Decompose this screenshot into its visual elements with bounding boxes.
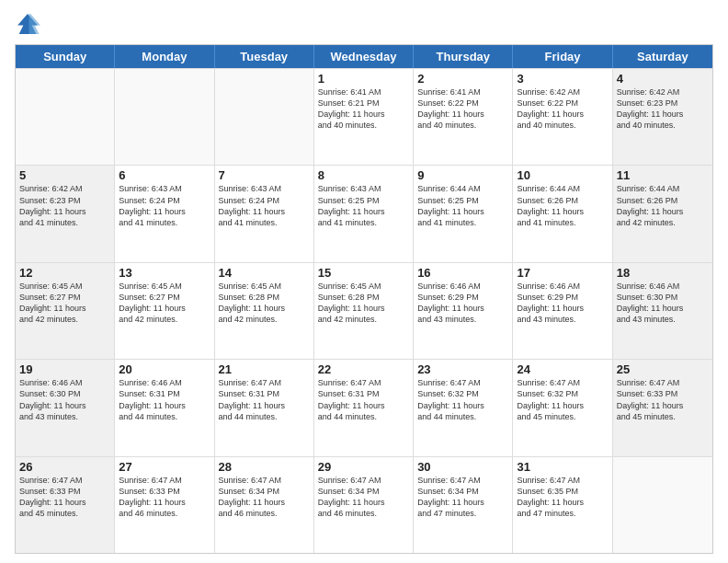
cell-info: Sunrise: 6:45 AM Sunset: 6:28 PM Dayligh… (318, 281, 409, 326)
day-number: 8 (318, 168, 409, 182)
day-number: 10 (517, 168, 608, 182)
cal-cell: 12Sunrise: 6:45 AM Sunset: 6:27 PM Dayli… (16, 263, 115, 359)
cal-cell: 16Sunrise: 6:46 AM Sunset: 6:29 PM Dayli… (414, 263, 513, 359)
cal-cell: 4Sunrise: 6:42 AM Sunset: 6:23 PM Daylig… (613, 69, 712, 165)
cell-info: Sunrise: 6:41 AM Sunset: 6:21 PM Dayligh… (318, 86, 409, 132)
week-row-4: 19Sunrise: 6:46 AM Sunset: 6:30 PM Dayli… (16, 359, 712, 455)
cell-info: Sunrise: 6:43 AM Sunset: 6:25 PM Dayligh… (318, 183, 409, 228)
cal-cell: 3Sunrise: 6:42 AM Sunset: 6:22 PM Daylig… (513, 69, 612, 165)
cell-info: Sunrise: 6:46 AM Sunset: 6:30 PM Dayligh… (617, 281, 709, 326)
day-number: 18 (617, 266, 709, 280)
cell-info: Sunrise: 6:42 AM Sunset: 6:22 PM Dayligh… (517, 86, 608, 132)
cell-info: Sunrise: 6:47 AM Sunset: 6:32 PM Dayligh… (417, 377, 508, 422)
cell-info: Sunrise: 6:41 AM Sunset: 6:22 PM Dayligh… (417, 86, 508, 132)
day-number: 23 (417, 362, 508, 376)
cell-info: Sunrise: 6:46 AM Sunset: 6:31 PM Dayligh… (119, 377, 210, 422)
logo-icon (15, 11, 40, 37)
cal-cell: 23Sunrise: 6:47 AM Sunset: 6:32 PM Dayli… (414, 360, 513, 455)
cal-cell: 21Sunrise: 6:47 AM Sunset: 6:31 PM Dayli… (215, 360, 314, 455)
cal-cell: 10Sunrise: 6:44 AM Sunset: 6:26 PM Dayli… (513, 166, 612, 261)
cell-info: Sunrise: 6:47 AM Sunset: 6:33 PM Dayligh… (119, 475, 210, 520)
col-header-sunday: Sunday (16, 45, 115, 68)
cell-info: Sunrise: 6:44 AM Sunset: 6:26 PM Dayligh… (617, 183, 709, 228)
cal-cell: 30Sunrise: 6:47 AM Sunset: 6:34 PM Dayli… (414, 457, 513, 553)
cell-info: Sunrise: 6:47 AM Sunset: 6:34 PM Dayligh… (219, 475, 310, 520)
cell-info: Sunrise: 6:46 AM Sunset: 6:29 PM Dayligh… (517, 281, 608, 326)
cal-cell: 26Sunrise: 6:47 AM Sunset: 6:33 PM Dayli… (16, 457, 115, 553)
col-header-thursday: Thursday (414, 45, 513, 68)
cell-info: Sunrise: 6:46 AM Sunset: 6:29 PM Dayligh… (417, 281, 508, 326)
calendar-body: 1Sunrise: 6:41 AM Sunset: 6:21 PM Daylig… (16, 68, 712, 553)
day-number: 9 (417, 168, 508, 182)
day-number: 28 (219, 460, 310, 474)
day-number: 27 (119, 460, 210, 474)
cell-info: Sunrise: 6:43 AM Sunset: 6:24 PM Dayligh… (219, 183, 310, 228)
cell-info: Sunrise: 6:45 AM Sunset: 6:27 PM Dayligh… (119, 281, 210, 326)
cell-info: Sunrise: 6:42 AM Sunset: 6:23 PM Dayligh… (19, 183, 110, 228)
col-header-monday: Monday (115, 45, 214, 68)
cal-cell (613, 457, 712, 553)
day-number: 15 (318, 266, 409, 280)
day-number: 12 (19, 266, 110, 280)
cal-cell: 24Sunrise: 6:47 AM Sunset: 6:32 PM Dayli… (513, 360, 612, 455)
svg-marker-1 (29, 14, 40, 34)
week-row-2: 5Sunrise: 6:42 AM Sunset: 6:23 PM Daylig… (16, 165, 712, 261)
cal-cell: 13Sunrise: 6:45 AM Sunset: 6:27 PM Dayli… (115, 263, 214, 359)
cell-info: Sunrise: 6:47 AM Sunset: 6:31 PM Dayligh… (219, 377, 310, 422)
week-row-1: 1Sunrise: 6:41 AM Sunset: 6:21 PM Daylig… (16, 68, 712, 165)
day-number: 11 (617, 168, 709, 182)
day-number: 22 (318, 362, 409, 376)
logo (15, 11, 44, 37)
cal-cell (16, 69, 115, 165)
cal-cell: 14Sunrise: 6:45 AM Sunset: 6:28 PM Dayli… (215, 263, 314, 359)
cell-info: Sunrise: 6:47 AM Sunset: 6:32 PM Dayligh… (517, 377, 608, 422)
day-number: 13 (119, 266, 210, 280)
cal-cell: 22Sunrise: 6:47 AM Sunset: 6:31 PM Dayli… (314, 360, 414, 455)
cal-cell: 15Sunrise: 6:45 AM Sunset: 6:28 PM Dayli… (314, 263, 414, 359)
cell-info: Sunrise: 6:45 AM Sunset: 6:28 PM Dayligh… (219, 281, 310, 326)
day-number: 30 (417, 460, 508, 474)
cal-cell: 2Sunrise: 6:41 AM Sunset: 6:22 PM Daylig… (414, 69, 513, 165)
day-number: 21 (219, 362, 310, 376)
cell-info: Sunrise: 6:47 AM Sunset: 6:34 PM Dayligh… (417, 475, 508, 520)
day-number: 4 (617, 72, 709, 86)
day-number: 26 (19, 460, 110, 474)
col-header-friday: Friday (513, 45, 612, 68)
cal-cell: 18Sunrise: 6:46 AM Sunset: 6:30 PM Dayli… (613, 263, 712, 359)
col-header-wednesday: Wednesday (314, 45, 414, 68)
day-number: 16 (417, 266, 508, 280)
day-number: 5 (19, 168, 110, 182)
cal-cell: 20Sunrise: 6:46 AM Sunset: 6:31 PM Dayli… (115, 360, 214, 455)
calendar: SundayMondayTuesdayWednesdayThursdayFrid… (15, 44, 713, 554)
calendar-header: SundayMondayTuesdayWednesdayThursdayFrid… (16, 45, 712, 68)
cal-cell: 28Sunrise: 6:47 AM Sunset: 6:34 PM Dayli… (215, 457, 314, 553)
cal-cell: 11Sunrise: 6:44 AM Sunset: 6:26 PM Dayli… (613, 166, 712, 261)
cal-cell (215, 69, 314, 165)
week-row-5: 26Sunrise: 6:47 AM Sunset: 6:33 PM Dayli… (16, 456, 712, 553)
week-row-3: 12Sunrise: 6:45 AM Sunset: 6:27 PM Dayli… (16, 262, 712, 359)
cell-info: Sunrise: 6:47 AM Sunset: 6:34 PM Dayligh… (318, 475, 409, 520)
day-number: 20 (119, 362, 210, 376)
day-number: 31 (517, 460, 608, 474)
cal-cell: 25Sunrise: 6:47 AM Sunset: 6:33 PM Dayli… (613, 360, 712, 455)
day-number: 14 (219, 266, 310, 280)
cal-cell: 8Sunrise: 6:43 AM Sunset: 6:25 PM Daylig… (314, 166, 414, 261)
cell-info: Sunrise: 6:47 AM Sunset: 6:33 PM Dayligh… (19, 475, 110, 520)
day-number: 19 (19, 362, 110, 376)
col-header-saturday: Saturday (613, 45, 712, 68)
cell-info: Sunrise: 6:43 AM Sunset: 6:24 PM Dayligh… (119, 183, 210, 228)
day-number: 1 (318, 72, 409, 86)
cal-cell: 29Sunrise: 6:47 AM Sunset: 6:34 PM Dayli… (314, 457, 414, 553)
cal-cell: 27Sunrise: 6:47 AM Sunset: 6:33 PM Dayli… (115, 457, 214, 553)
day-number: 6 (119, 168, 210, 182)
cell-info: Sunrise: 6:44 AM Sunset: 6:26 PM Dayligh… (517, 183, 608, 228)
cal-cell: 17Sunrise: 6:46 AM Sunset: 6:29 PM Dayli… (513, 263, 612, 359)
day-number: 17 (517, 266, 608, 280)
cell-info: Sunrise: 6:45 AM Sunset: 6:27 PM Dayligh… (19, 281, 110, 326)
cal-cell: 5Sunrise: 6:42 AM Sunset: 6:23 PM Daylig… (16, 166, 115, 261)
day-number: 2 (417, 72, 508, 86)
header (15, 11, 713, 37)
cell-info: Sunrise: 6:47 AM Sunset: 6:31 PM Dayligh… (318, 377, 409, 422)
cal-cell: 7Sunrise: 6:43 AM Sunset: 6:24 PM Daylig… (215, 166, 314, 261)
col-header-tuesday: Tuesday (215, 45, 314, 68)
